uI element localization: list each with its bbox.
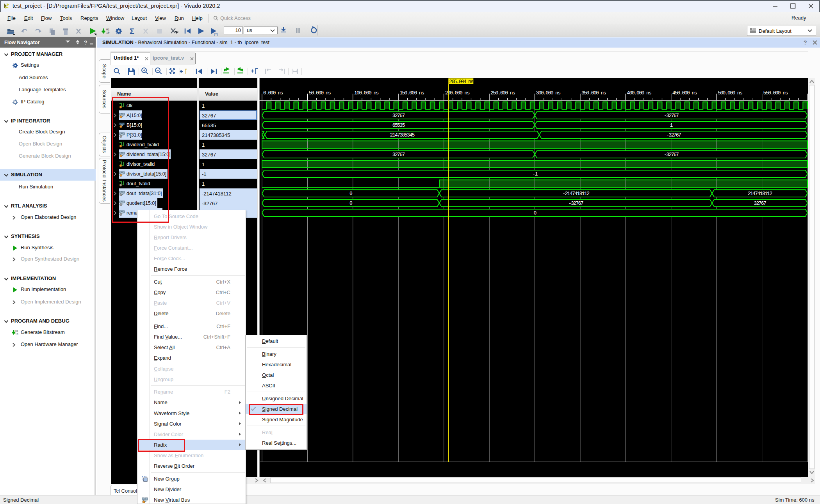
svg-text:500.000 ns: 500.000 ns [718,90,742,96]
svg-text:150.000 ns: 150.000 ns [399,90,424,96]
svg-text:10: 10 [106,31,109,34]
svg-text:400.000 ns: 400.000 ns [627,90,651,96]
svg-text:0: 0 [349,191,352,197]
svg-text:65535: 65535 [392,122,405,128]
svg-text:100.000 ns: 100.000 ns [354,90,379,96]
svg-text:-2147418112: -2147418112 [562,191,589,197]
svg-text:205.004 ns: 205.004 ns [449,79,473,85]
svg-text:550.000 ns: 550.000 ns [763,90,788,96]
svg-text:-32767: -32767 [666,132,681,138]
svg-text:10: 10 [15,333,18,336]
svg-text:?: ? [804,39,807,46]
svg-text:?: ? [84,39,87,46]
svg-text:450.000 ns: 450.000 ns [672,90,697,96]
svg-text:-32767: -32767 [569,201,583,206]
svg-text:32767: 32767 [392,113,405,119]
svg-text:-32767: -32767 [664,152,679,158]
svg-text:0.000 ns: 0.000 ns [263,90,283,96]
svg-text:250.000 ns: 250.000 ns [490,90,515,96]
svg-text:2147418112: 2147418112 [748,191,772,197]
svg-text:2147385345: 2147385345 [390,132,415,138]
svg-text:32767: 32767 [392,152,405,158]
svg-text:-1: -1 [532,171,538,177]
svg-text:0: 0 [533,210,536,216]
svg-text:350.000 ns: 350.000 ns [581,90,606,96]
svg-text:01: 01 [15,330,18,333]
svg-text:01: 01 [106,28,109,31]
svg-text:50.000 ns: 50.000 ns [308,90,331,96]
svg-text:0: 0 [349,201,352,206]
svg-text:Σ: Σ [130,27,134,35]
svg-text:(T): (T) [214,32,218,36]
svg-text:300.000 ns: 300.000 ns [536,90,561,96]
svg-text:-32767: -32767 [664,113,679,119]
svg-text:32767: 32767 [754,201,766,206]
